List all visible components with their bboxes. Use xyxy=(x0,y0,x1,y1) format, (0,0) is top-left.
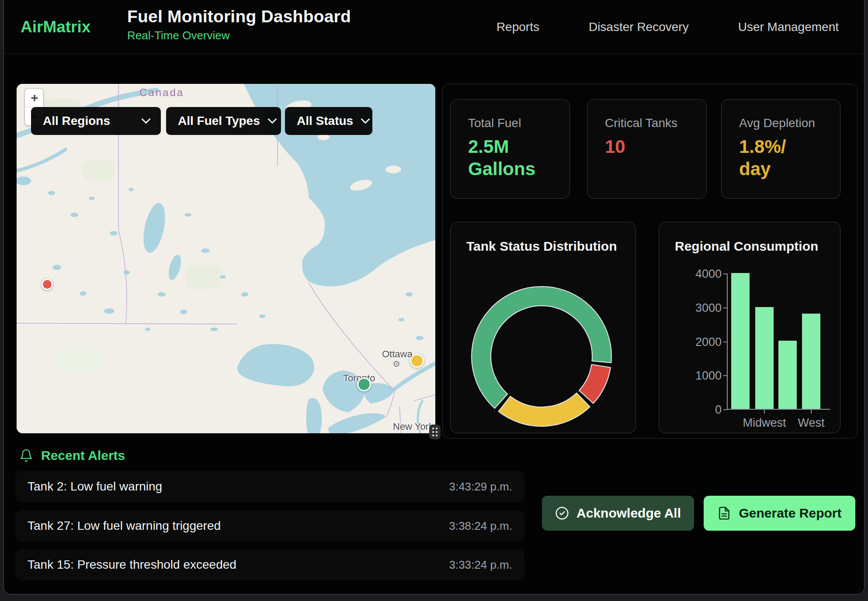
y-tick-label: 3000 xyxy=(691,301,722,314)
alerts-header: Recent Alerts xyxy=(19,448,125,463)
brand-logo[interactable]: AirMatrix xyxy=(21,0,90,54)
nav-user-management[interactable]: User Management xyxy=(738,20,839,34)
chevron-down-icon xyxy=(361,118,370,124)
chevron-down-icon xyxy=(268,118,277,124)
y-tick-mark xyxy=(723,307,727,308)
regional-consumption-chart-card: Regional Consumption 01000200030004000Mi… xyxy=(659,222,840,433)
alert-message: Tank 2: Low fuel warning xyxy=(28,480,449,494)
file-text-icon xyxy=(717,506,731,520)
y-tick-label: 1000 xyxy=(691,369,722,383)
resize-handle-icon[interactable] xyxy=(429,425,441,439)
chart-title: Tank Status Distribution xyxy=(466,239,617,254)
top-nav: Reports Disaster Recovery User Managemen… xyxy=(496,0,839,54)
y-tick-mark xyxy=(723,273,727,274)
map-filter-row: All Regions All Fuel Types All Status xyxy=(17,107,435,135)
title-block: Fuel Monitoring Dashboard Real-Time Over… xyxy=(127,7,351,42)
bar-series-1 xyxy=(731,273,750,409)
bar-series-3 xyxy=(778,341,797,409)
donut-segment-critical xyxy=(579,364,611,403)
bar-West xyxy=(802,314,820,409)
alert-time: 3:33:24 p.m. xyxy=(449,558,512,572)
chart-title: Regional Consumption xyxy=(675,239,818,254)
page-subtitle: Real-Time Overview xyxy=(127,29,351,42)
region-filter-value: All Regions xyxy=(43,114,134,128)
region-filter-dropdown[interactable]: All Regions xyxy=(31,107,161,135)
stat-value: 1.8%/day xyxy=(739,135,792,180)
fuel-type-filter-dropdown[interactable]: All Fuel Types xyxy=(166,107,281,135)
alert-row[interactable]: Tank 27: Low fuel warning triggered 3:38… xyxy=(15,510,524,542)
donut-chart xyxy=(467,280,616,428)
bell-icon xyxy=(19,449,33,463)
y-tick-label: 0 xyxy=(691,403,722,417)
header: AirMatrix Fuel Monitoring Dashboard Real… xyxy=(4,0,864,54)
tank-marker-warning[interactable] xyxy=(410,354,424,368)
alert-message: Tank 27: Low fuel warning triggered xyxy=(28,519,449,533)
y-tick-mark xyxy=(723,342,727,342)
stat-label: Critical Tanks xyxy=(605,116,706,130)
donut-segment-warning xyxy=(498,393,590,426)
tank-marker-critical[interactable] xyxy=(42,279,53,290)
stat-card-total-fuel: Total Fuel 2.5M Gallons xyxy=(450,99,570,199)
y-tick-mark xyxy=(723,375,727,376)
stat-value: 10 xyxy=(605,135,706,158)
nav-reports[interactable]: Reports xyxy=(496,20,539,34)
x-category-label-midwest: Midwest xyxy=(743,416,786,430)
page-title: Fuel Monitoring Dashboard xyxy=(127,7,351,26)
status-filter-value: All Status xyxy=(297,114,353,128)
tank-status-chart-card: Tank Status Distribution xyxy=(450,222,636,433)
y-tick-mark xyxy=(723,409,727,410)
generate-report-button[interactable]: Generate Report xyxy=(704,496,855,531)
alert-message: Tank 15: Pressure threshold exceeded xyxy=(28,558,449,572)
x-category-label-west: West xyxy=(798,416,824,430)
x-tick-mark xyxy=(811,410,812,414)
acknowledge-all-button[interactable]: Acknowledge All xyxy=(542,496,694,531)
alert-time: 3:43:29 p.m. xyxy=(449,480,512,494)
stat-label: Avg Depletion xyxy=(739,116,840,130)
bar-chart: 01000200030004000MidwestWest xyxy=(727,274,830,410)
stat-value: 2.5M Gallons xyxy=(468,135,542,180)
alert-row[interactable]: Tank 15: Pressure threshold exceeded 3:3… xyxy=(15,549,524,580)
chevron-down-icon xyxy=(142,118,150,124)
alert-time: 3:38:24 p.m. xyxy=(449,519,512,533)
x-tick-mark xyxy=(764,410,765,414)
stat-card-avg-depletion: Avg Depletion 1.8%/day xyxy=(721,99,840,199)
stat-card-critical-tanks: Critical Tanks 10 xyxy=(587,99,707,199)
generate-report-label: Generate Report xyxy=(739,506,841,521)
y-tick-label: 4000 xyxy=(691,267,722,281)
dashboard-root: AirMatrix Fuel Monitoring Dashboard Real… xyxy=(0,0,868,601)
bar-Midwest xyxy=(755,307,774,409)
y-tick-label: 2000 xyxy=(691,335,722,349)
alert-row[interactable]: Tank 2: Low fuel warning 3:43:29 p.m. xyxy=(15,471,524,502)
check-circle-icon xyxy=(555,506,569,520)
alerts-title: Recent Alerts xyxy=(41,448,125,463)
nav-disaster-recovery[interactable]: Disaster Recovery xyxy=(589,20,689,34)
tank-marker-normal[interactable] xyxy=(357,377,371,391)
status-filter-dropdown[interactable]: All Status xyxy=(285,107,372,135)
stat-label: Total Fuel xyxy=(468,116,569,130)
acknowledge-all-label: Acknowledge All xyxy=(576,506,681,521)
zoom-in-button[interactable]: + xyxy=(25,89,44,107)
map-terrain xyxy=(17,84,435,433)
fuel-type-filter-value: All Fuel Types xyxy=(178,114,260,128)
map-canvas[interactable]: CanadaOttawaTorontoNew York + − All Regi… xyxy=(17,84,435,433)
